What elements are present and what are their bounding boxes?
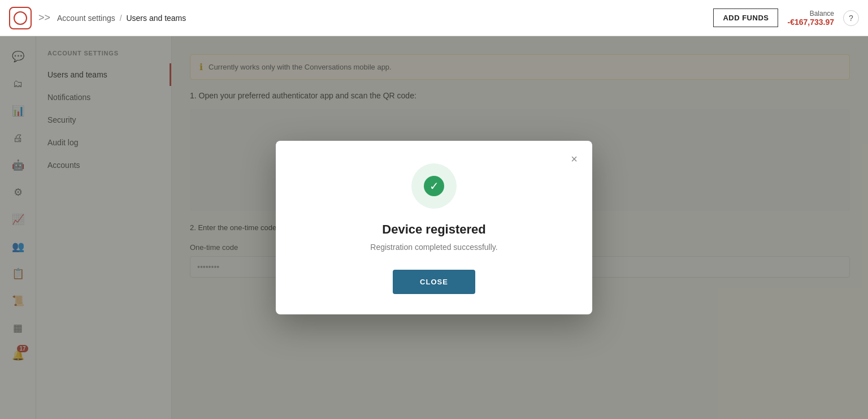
add-funds-button[interactable]: ADD FUNDS (713, 8, 778, 27)
topbar-right: ADD FUNDS Balance -€167,733.97 ? (713, 8, 859, 27)
modal-title: Device registered (298, 222, 570, 237)
breadcrumb-parent[interactable]: Account settings (57, 14, 115, 23)
checkmark-icon: ✓ (424, 176, 444, 196)
modal-overlay: × ✓ Device registered Registration compl… (0, 36, 868, 419)
main-layout: 💬 🗂 📊 🖨 🤖 ⚙ 📈 👥 📋 📜 ▦ 🔔 17 ACCOUNT SETTI… (0, 36, 868, 419)
breadcrumb-separator: / (120, 14, 122, 23)
success-icon-circle: ✓ (411, 163, 457, 209)
modal-close-x-button[interactable]: × (565, 150, 583, 168)
breadcrumb: Account settings / Users and teams (57, 14, 713, 23)
help-button[interactable]: ? (843, 10, 859, 26)
modal-subtitle: Registration completed successfully. (298, 243, 570, 252)
app-logo[interactable] (9, 7, 32, 29)
topbar: >> Account settings / Users and teams AD… (0, 0, 868, 36)
modal-close-button[interactable]: CLOSE (393, 270, 475, 294)
balance-label: Balance (787, 10, 834, 18)
expand-nav-button[interactable]: >> (38, 12, 50, 24)
balance-block: Balance -€167,733.97 (787, 10, 834, 27)
breadcrumb-current: Users and teams (126, 14, 186, 23)
success-modal: × ✓ Device registered Registration compl… (276, 141, 592, 314)
balance-amount: -€167,733.97 (787, 18, 834, 27)
